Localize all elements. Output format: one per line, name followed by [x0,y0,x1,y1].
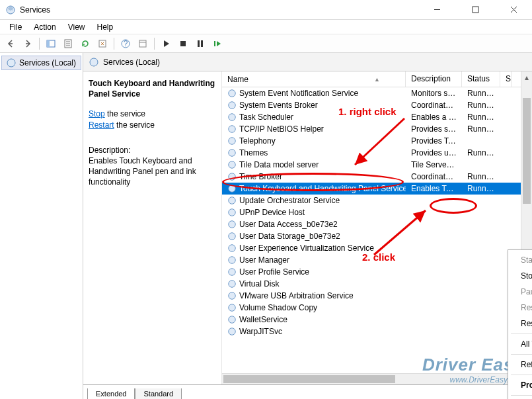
scroll-thumb[interactable] [223,375,395,383]
col-startup[interactable]: S [500,71,512,87]
stop-link[interactable]: Stop [89,109,105,118]
service-row[interactable]: User Manager [222,254,532,266]
maximize-button[interactable] [462,1,488,19]
service-row[interactable]: ThemesProvides us…Running [222,147,532,159]
refresh-button[interactable] [77,36,93,52]
service-row[interactable]: Tile Data model serverTile Server f… [222,159,532,171]
svg-rect-14 [139,40,146,47]
menu-bar: File Action View Help [0,20,532,34]
col-status[interactable]: Status [462,71,500,87]
service-row[interactable]: VMware USB Arbitration Service [222,290,532,302]
col-description[interactable]: Description [406,71,462,87]
service-row[interactable]: User Profile Service [222,266,532,278]
service-row[interactable]: User Data Storage_b0e73e2 [222,230,532,242]
description-text: Enables Touch Keyboard and Handwriting P… [89,155,216,188]
toolbar: ? [0,34,532,53]
service-desc-cell: Enables Tou… [406,184,462,193]
service-row[interactable]: Update Orchestrator Service [222,195,532,206]
service-row[interactable]: Task SchedulerEnables a us…Running [222,111,532,123]
close-button[interactable] [500,1,527,19]
ctx-all-tasks[interactable]: All Tasks▸ [510,336,532,352]
tree-node-label: Services (Local) [19,58,76,67]
svg-point-20 [7,59,15,67]
ctx-refresh[interactable]: Refresh [510,357,532,373]
col-name[interactable]: Name▲ [222,71,406,87]
service-name-cell: Virtual Disk [222,279,406,288]
service-row[interactable]: TelephonyProvides Tel… [222,135,532,147]
back-button[interactable] [3,36,19,52]
services-icon [89,57,99,67]
export-list-button[interactable] [60,36,76,52]
minimize-button[interactable] [424,1,450,19]
service-desc-cell: Provides us… [406,148,462,157]
console-tree[interactable]: Services (Local) [0,53,83,399]
ctx-properties[interactable]: Properties [510,377,532,393]
service-icon [227,89,237,98]
service-name-text: User Data Storage_b0e73e2 [239,232,340,241]
ctx-stop[interactable]: Stop [510,268,532,284]
service-row[interactable]: Volume Shadow Copy [222,302,532,314]
service-name-text: Update Orchestrator Service [239,196,340,205]
service-name-text: Touch Keyboard and Handwriting Panel Ser… [239,184,406,193]
service-desc-cell: Coordinates… [406,172,462,181]
service-row[interactable]: WarpJITSvc [222,326,532,337]
pause-service-button[interactable] [192,36,208,52]
ctx-pause: Pause [510,284,532,300]
service-row[interactable]: WalletService [222,314,532,326]
service-row[interactable]: System Event Notification ServiceMonitor… [222,87,532,99]
service-row[interactable]: User Experience Virtualization Service [222,242,532,254]
service-name-cell: User Experience Virtualization Service [222,244,406,253]
service-name-text: WarpJITSvc [239,327,282,336]
restart-link[interactable]: Restart [89,120,114,130]
menu-view[interactable]: View [63,21,91,33]
content-header-title: Services (Local) [103,58,160,67]
service-icon [227,196,237,205]
horizontal-scrollbar[interactable]: ◂ ▸ [222,373,521,384]
service-name-cell: Telephony [222,136,406,146]
service-name-text: Tile Data model server [239,160,319,169]
service-icon [227,255,237,265]
service-icon [227,232,237,241]
service-desc-cell: Provides Tel… [406,136,462,146]
service-row[interactable]: Time BrokerCoordinates…Running [222,171,532,183]
stop-service-button[interactable] [175,36,191,52]
service-row[interactable]: Touch Keyboard and Handwriting Panel Ser… [222,183,532,195]
service-row[interactable]: Virtual Disk [222,278,532,290]
help-button[interactable]: ? [118,36,133,52]
service-name-text: Themes [239,148,268,157]
service-row[interactable]: System Events BrokerCoordinates…Running [222,99,532,111]
service-row[interactable]: UPnP Device Host [222,206,532,218]
service-name-cell: Themes [222,148,406,157]
service-icon [227,267,237,277]
service-icon [227,112,237,122]
export-button[interactable] [95,36,110,52]
restart-service-button[interactable] [209,36,225,52]
menu-help[interactable]: Help [92,21,119,33]
ctx-restart[interactable]: Restart [510,316,532,332]
scroll-thumb[interactable] [523,98,531,204]
service-status-cell: Running [462,89,500,98]
tree-node-services-local[interactable]: Services (Local) [1,56,81,70]
svg-point-36 [229,257,236,264]
svg-point-33 [229,221,236,228]
svg-point-30 [229,185,236,193]
content-header: Services (Local) [83,53,532,71]
service-name-text: User Profile Service [239,267,309,277]
show-hide-tree-button[interactable] [43,36,59,52]
svg-rect-17 [198,40,200,47]
start-service-button[interactable] [158,36,174,52]
forward-button[interactable] [20,36,36,52]
svg-point-41 [229,316,236,324]
service-row[interactable]: User Data Access_b0e73e2 [222,218,532,230]
ctx-start: Start [510,252,532,268]
properties-button[interactable] [135,36,151,52]
scroll-up-icon[interactable]: ▴ [521,71,532,83]
service-row[interactable]: TCP/IP NetBIOS HelperProvides su…Running [222,123,532,135]
tab-standard[interactable]: Standard [135,388,182,399]
menu-file[interactable]: File [4,21,27,33]
tab-extended[interactable]: Extended [87,388,135,399]
menu-action[interactable]: Action [28,21,61,33]
service-icon [227,327,237,336]
ctx-resume: Resume [510,300,532,316]
svg-point-21 [90,58,98,66]
